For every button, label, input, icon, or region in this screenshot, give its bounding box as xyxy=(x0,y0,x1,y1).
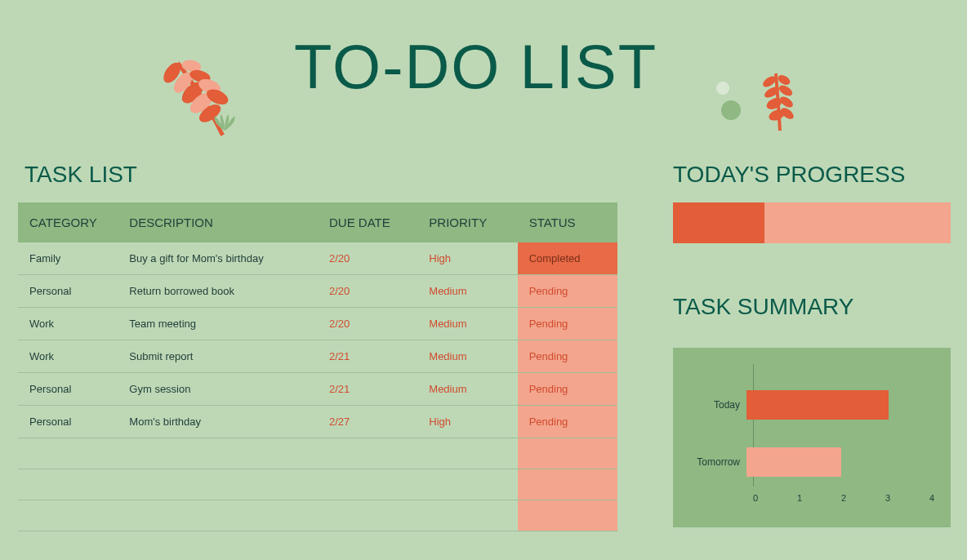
chart-category-label: Today xyxy=(681,399,746,411)
col-header-due[interactable]: DUE DATE xyxy=(318,202,417,242)
svg-point-9 xyxy=(716,82,729,95)
priority-cell[interactable]: Medium xyxy=(417,373,517,406)
status-cell[interactable]: Completed xyxy=(518,242,617,275)
category-cell[interactable]: Family xyxy=(18,242,118,275)
description-cell[interactable]: Gym session xyxy=(118,373,318,406)
col-header-priority[interactable]: PRIORITY xyxy=(417,202,517,242)
col-header-category[interactable]: CATEGORY xyxy=(18,202,118,242)
status-cell[interactable] xyxy=(518,438,617,469)
due-cell[interactable]: 2/20 xyxy=(318,308,417,340)
description-cell[interactable]: Return borrowed book xyxy=(118,275,318,308)
chart-tick: 2 xyxy=(841,493,846,503)
description-cell[interactable]: Buy a gift for Mom's birthday xyxy=(118,242,318,275)
category-cell[interactable]: Work xyxy=(18,340,118,373)
table-row[interactable]: PersonalGym session2/21MediumPending xyxy=(18,373,617,406)
page-title: TO-DO LIST xyxy=(294,31,657,102)
category-cell[interactable]: Personal xyxy=(18,406,118,438)
table-row[interactable]: PersonalMom's birthday2/27HighPending xyxy=(18,406,617,438)
status-cell[interactable] xyxy=(518,500,617,531)
table-row[interactable]: WorkSubmit report2/21MediumPending xyxy=(18,340,617,373)
chart-bar-row: Today xyxy=(681,389,942,421)
status-cell[interactable]: Pending xyxy=(518,275,617,308)
description-cell[interactable]: Team meeting xyxy=(118,308,318,340)
status-cell[interactable]: Pending xyxy=(518,373,617,406)
table-row[interactable]: PersonalReturn borrowed book2/20MediumPe… xyxy=(18,275,617,308)
table-row[interactable]: FamilyBuy a gift for Mom's birthday2/20H… xyxy=(18,242,617,275)
chart-tick: 4 xyxy=(929,493,934,503)
status-cell[interactable]: Pending xyxy=(518,308,617,340)
task-list-heading: TASK LIST xyxy=(25,162,137,188)
plant-right-icon xyxy=(711,65,809,139)
status-cell[interactable]: Pending xyxy=(518,340,617,373)
chart-tick: 3 xyxy=(885,493,890,503)
category-cell[interactable]: Work xyxy=(18,308,118,340)
due-cell[interactable]: 2/20 xyxy=(318,242,417,275)
svg-point-16 xyxy=(778,83,795,98)
due-cell[interactable]: 2/21 xyxy=(318,373,417,406)
description-cell[interactable]: Mom's birthday xyxy=(118,406,318,438)
chart-bar xyxy=(746,390,889,420)
svg-point-15 xyxy=(777,73,792,87)
col-header-description[interactable]: DESCRIPTION xyxy=(118,202,318,242)
progress-bar-fill xyxy=(673,202,764,243)
priority-cell[interactable]: Medium xyxy=(417,308,517,340)
chart-x-axis: 01234 xyxy=(753,493,934,503)
due-cell[interactable]: 2/20 xyxy=(318,275,417,308)
chart-tick: 1 xyxy=(797,493,802,503)
description-cell[interactable]: Submit report xyxy=(118,340,318,373)
table-header-row: CATEGORY DESCRIPTION DUE DATE PRIORITY S… xyxy=(18,202,617,242)
plant-left-icon xyxy=(147,41,278,139)
task-summary-chart: 01234 TodayTomorrow xyxy=(673,348,951,527)
due-cell[interactable]: 2/27 xyxy=(318,406,417,438)
progress-heading: TODAY'S PROGRESS xyxy=(673,162,905,188)
status-cell[interactable] xyxy=(518,469,617,500)
priority-cell[interactable]: High xyxy=(417,406,517,438)
chart-category-label: Tomorrow xyxy=(681,456,746,468)
table-row[interactable]: WorkTeam meeting2/20MediumPending xyxy=(18,308,617,340)
priority-cell[interactable]: High xyxy=(417,242,517,275)
category-cell[interactable]: Personal xyxy=(18,373,118,406)
svg-point-10 xyxy=(721,100,741,120)
priority-cell[interactable]: Medium xyxy=(417,340,517,373)
table-row[interactable] xyxy=(18,500,617,531)
task-table: CATEGORY DESCRIPTION DUE DATE PRIORITY S… xyxy=(18,202,617,531)
summary-heading: TASK SUMMARY xyxy=(673,294,853,320)
category-cell[interactable]: Personal xyxy=(18,275,118,308)
chart-tick: 0 xyxy=(753,493,758,503)
due-cell[interactable]: 2/21 xyxy=(318,340,417,373)
progress-bar xyxy=(673,202,951,243)
col-header-status[interactable]: STATUS xyxy=(518,202,617,242)
chart-bar-row: Tomorrow xyxy=(681,446,942,478)
status-cell[interactable]: Pending xyxy=(518,406,617,438)
priority-cell[interactable]: Medium xyxy=(417,275,517,308)
table-row[interactable] xyxy=(18,469,617,500)
chart-bar xyxy=(746,447,841,477)
table-row[interactable] xyxy=(18,438,617,469)
